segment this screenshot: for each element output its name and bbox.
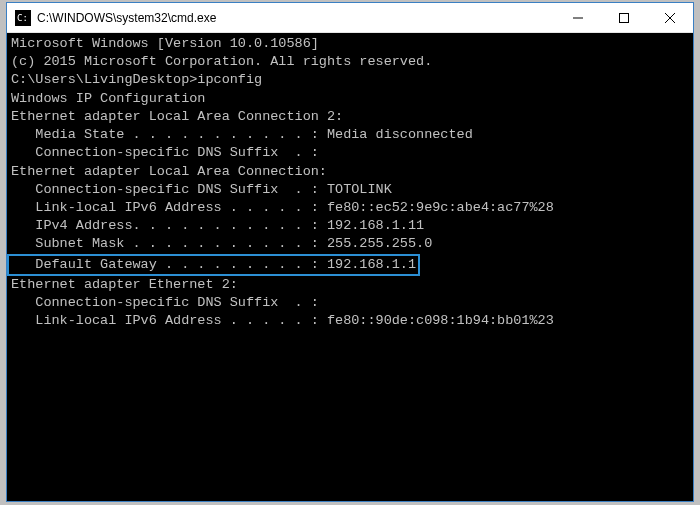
default-gateway-highlight: Default Gateway . . . . . . . . . : 192.… — [7, 254, 420, 276]
output-line: IPv4 Address. . . . . . . . . . . : 192.… — [11, 217, 689, 235]
cmd-window: C: C:\WINDOWS\system32\cmd.exe Microsoft… — [6, 2, 694, 502]
output-line: Ethernet adapter Local Area Connection 2… — [11, 108, 689, 126]
output-line: Subnet Mask . . . . . . . . . . . : 255.… — [11, 235, 689, 253]
window-title: C:\WINDOWS\system32\cmd.exe — [37, 11, 555, 25]
window-controls — [555, 3, 693, 32]
output-line: Link-local IPv6 Address . . . . . : fe80… — [11, 199, 689, 217]
default-gateway-line: Default Gateway . . . . . . . . . : 192.… — [11, 254, 689, 276]
titlebar[interactable]: C: C:\WINDOWS\system32\cmd.exe — [7, 3, 693, 33]
output-line: Windows IP Configuration — [11, 90, 689, 108]
prompt-line: C:\Users\LivingDesktop>ipconfig — [11, 71, 689, 89]
maximize-button[interactable] — [601, 3, 647, 32]
output-line: (c) 2015 Microsoft Corporation. All righ… — [11, 53, 689, 71]
output-line: Media State . . . . . . . . . . . : Medi… — [11, 126, 689, 144]
output-line: Connection-specific DNS Suffix . : TOTOL… — [11, 181, 689, 199]
svg-text:C:: C: — [17, 13, 28, 23]
output-line: Link-local IPv6 Address . . . . . : fe80… — [11, 312, 689, 330]
output-line: Connection-specific DNS Suffix . : — [11, 294, 689, 312]
output-line: Connection-specific DNS Suffix . : — [11, 144, 689, 162]
svg-rect-3 — [620, 13, 629, 22]
close-button[interactable] — [647, 3, 693, 32]
output-line: Ethernet adapter Ethernet 2: — [11, 276, 689, 294]
minimize-button[interactable] — [555, 3, 601, 32]
output-line: Microsoft Windows [Version 10.0.10586] — [11, 35, 689, 53]
terminal-output[interactable]: Microsoft Windows [Version 10.0.10586](c… — [7, 33, 693, 501]
output-line: Ethernet adapter Local Area Connection: — [11, 163, 689, 181]
cmd-icon: C: — [15, 10, 31, 26]
